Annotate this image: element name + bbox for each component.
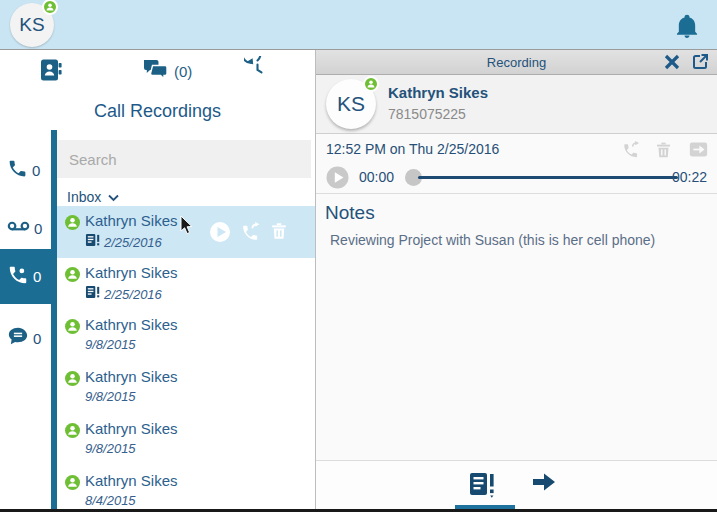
phone-icon — [0, 158, 28, 183]
folder-label: Inbox — [67, 189, 101, 205]
callback-icon[interactable] — [239, 221, 261, 243]
recording-date: 9/8/2015 — [85, 441, 136, 456]
list-item[interactable]: Kathryn Sikes 9/8/2015 — [57, 414, 315, 466]
rail-item-calls[interactable]: 0 — [0, 148, 57, 192]
notes-text: Reviewing Project with Susan (this is he… — [330, 232, 705, 248]
list-item[interactable]: Kathryn Sikes 2/25/2016 — [57, 258, 315, 310]
left-rail: 0 0 0 0 — [0, 130, 57, 512]
contact-number: 7815075225 — [388, 106, 466, 122]
player-section: 12:52 PM on Thu 2/25/2016 00:00 — [316, 134, 717, 194]
caller-name: Kathryn Sikes — [85, 472, 178, 489]
play-button[interactable] — [326, 166, 349, 189]
presence-badge-icon — [65, 215, 80, 230]
rail-item-recordings[interactable]: 0 — [0, 249, 57, 304]
audio-player: 00:00 00:22 — [326, 165, 707, 191]
calls-count: 0 — [32, 162, 40, 179]
chat-count: 0 — [33, 330, 41, 347]
forward-arrow-icon[interactable] — [531, 471, 561, 499]
notes-section: Notes Reviewing Project with Susan (this… — [316, 194, 717, 461]
recordings-count: 0 — [33, 268, 41, 285]
panel-header-title: Recording — [316, 55, 717, 70]
presence-badge-icon — [65, 319, 80, 334]
recordings-list-panel: Inbox Kathryn Sikes 2/25/2016 — [57, 130, 315, 512]
note-icon — [85, 233, 100, 251]
avatar-initials: KS — [19, 14, 44, 36]
trash-icon[interactable] — [654, 140, 675, 160]
contact-card: KS Kathryn Sikes 7815075225 — [316, 75, 717, 134]
chat-bubbles-icon — [142, 57, 169, 85]
rail-item-voicemail[interactable]: 0 — [0, 206, 57, 250]
avatar-initials: KS — [337, 92, 365, 116]
presence-badge-icon — [65, 371, 80, 386]
chat-icon — [0, 326, 29, 351]
recording-date: 2/25/2016 — [104, 235, 162, 250]
presence-badge-icon — [65, 267, 80, 282]
presence-badge-icon — [42, 0, 58, 15]
recording-panel-header: Recording — [316, 50, 717, 75]
recording-detail-panel: Recording KS Kathryn Sikes 7815075225 — [315, 50, 717, 512]
recording-timestamp: 12:52 PM on Thu 2/25/2016 — [326, 141, 499, 157]
tab-chat[interactable]: (0) — [142, 55, 192, 87]
presence-badge-icon — [363, 76, 379, 92]
folder-dropdown[interactable]: Inbox — [67, 186, 119, 208]
chevron-down-icon — [108, 189, 119, 205]
address-book-icon — [38, 57, 64, 86]
voicemail-count: 0 — [34, 220, 42, 237]
caller-name: Kathryn Sikes — [85, 212, 178, 229]
caller-name: Kathryn Sikes — [85, 316, 178, 333]
callback-icon[interactable] — [620, 140, 641, 160]
note-icon — [85, 285, 100, 303]
list-item[interactable]: Kathryn Sikes 9/8/2015 — [57, 310, 315, 362]
caller-name: Kathryn Sikes — [85, 420, 178, 437]
bell-icon[interactable] — [673, 12, 701, 42]
list-item[interactable]: Kathryn Sikes 8/4/2015 — [57, 466, 315, 512]
popout-icon[interactable] — [691, 53, 709, 71]
list-item[interactable]: Kathryn Sikes 2/25/2016 — [57, 206, 315, 258]
app-window: KS (0) Call Recordi — [0, 0, 717, 512]
close-icon[interactable] — [663, 53, 681, 71]
presence-badge-icon — [65, 423, 80, 438]
rail-item-chat[interactable]: 0 — [0, 316, 57, 360]
recordings-list: Kathryn Sikes 2/25/2016 — [57, 206, 315, 512]
contact-name: Kathryn Sikes — [388, 84, 488, 101]
notes-title: Notes — [325, 202, 375, 224]
call-recording-icon — [0, 264, 29, 290]
contact-avatar: KS — [326, 79, 376, 129]
search-input[interactable] — [57, 140, 311, 178]
current-time: 00:00 — [359, 169, 394, 185]
notes-tab[interactable] — [468, 471, 498, 499]
trash-icon[interactable] — [269, 221, 291, 243]
detail-bottom-tabbar — [316, 461, 717, 512]
top-bar: KS — [0, 0, 717, 50]
user-avatar[interactable]: KS — [10, 3, 54, 47]
caller-name: Kathryn Sikes — [85, 264, 178, 281]
chat-tab-count: (0) — [174, 63, 192, 80]
tab-call-history[interactable] — [244, 55, 271, 87]
recording-date: 9/8/2015 — [85, 337, 136, 352]
seek-track[interactable] — [418, 176, 678, 179]
duration: 00:22 — [672, 169, 707, 185]
presence-badge-icon — [65, 475, 80, 490]
list-item[interactable]: Kathryn Sikes 9/8/2015 — [57, 362, 315, 414]
play-icon[interactable] — [209, 221, 231, 243]
page-title: Call Recordings — [0, 92, 315, 130]
recording-date: 8/4/2015 — [85, 493, 136, 508]
export-icon[interactable] — [688, 140, 709, 160]
left-tab-bar: (0) — [0, 51, 315, 88]
caller-name: Kathryn Sikes — [85, 368, 178, 385]
voicemail-icon — [0, 218, 30, 239]
history-clock-icon — [244, 56, 271, 86]
recording-date: 9/8/2015 — [85, 389, 136, 404]
tab-contacts[interactable] — [38, 55, 64, 87]
recording-date: 2/25/2016 — [104, 287, 162, 302]
